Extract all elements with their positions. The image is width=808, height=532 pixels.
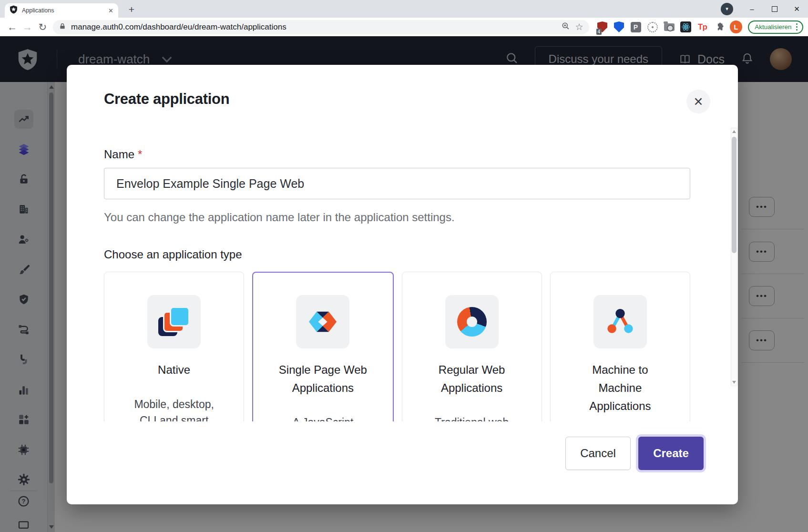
m2m-icon-tile xyxy=(593,295,647,348)
name-label: Name* xyxy=(104,148,690,161)
lock-icon xyxy=(59,22,66,32)
address-bar[interactable]: manage.auth0.com/dashboard/eu/dream-watc… xyxy=(53,20,589,34)
name-helper-text: You can change the application name late… xyxy=(104,211,690,224)
scrollbar-thumb[interactable] xyxy=(732,137,736,253)
required-marker: * xyxy=(138,148,142,161)
card-description: A JavaScript xyxy=(274,414,372,421)
ublock-icon[interactable]: 4 xyxy=(596,20,609,34)
bitwarden-shield-icon xyxy=(614,21,624,32)
capture-crosshair-icon[interactable] xyxy=(646,20,659,34)
browser-tab[interactable]: Applications ✕ xyxy=(5,3,118,18)
window-maximize-button[interactable] xyxy=(763,0,786,18)
card-regular-web[interactable]: Regular Web Applications Traditional web xyxy=(402,272,542,421)
scroll-down-icon[interactable] xyxy=(732,381,736,384)
browser-menu-dots-icon[interactable] xyxy=(796,23,798,31)
card-single-page-web[interactable]: Single Page Web Applications A JavaScrip… xyxy=(252,272,393,421)
window-minimize-button[interactable]: – xyxy=(741,0,763,18)
tampermonkey-icon[interactable]: Tp xyxy=(696,20,709,34)
tab-title: Applications xyxy=(22,7,104,14)
modal-footer: Cancel Create xyxy=(565,437,704,470)
spa-icon-tile xyxy=(296,295,349,348)
cancel-button[interactable]: Cancel xyxy=(565,437,631,470)
modal-scrollbar[interactable] xyxy=(731,128,737,386)
card-title: Regular Web Applications xyxy=(425,361,518,397)
auth0-favicon-icon xyxy=(10,5,18,16)
omnibox-right-icons: ☆ xyxy=(561,21,583,32)
application-name-input[interactable] xyxy=(104,168,690,199)
back-button[interactable]: ← xyxy=(5,20,20,35)
close-icon[interactable]: ✕ xyxy=(686,90,710,113)
tp-glyph: Tp xyxy=(698,22,707,32)
auth0-page: dream-watch Discuss your needs Docs xyxy=(0,36,808,532)
react-devtools-icon[interactable] xyxy=(679,20,693,34)
card-description: Traditional web xyxy=(423,414,521,421)
url-text[interactable]: manage.auth0.com/dashboard/eu/dream-watc… xyxy=(71,22,556,32)
new-tab-button[interactable]: + xyxy=(125,3,138,16)
card-title: Machine to Machine Applications xyxy=(573,361,666,415)
window-close-button[interactable]: ✕ xyxy=(786,0,808,18)
native-icon-tile xyxy=(147,295,201,348)
spa-icon xyxy=(308,307,338,337)
native-icon xyxy=(158,307,190,337)
reload-button[interactable]: ↻ xyxy=(35,20,50,35)
p-extension-glyph: P xyxy=(631,22,641,32)
card-title: Native xyxy=(128,361,221,379)
extensions-row: 4 P Tp xyxy=(596,20,726,34)
scroll-up-icon[interactable] xyxy=(732,130,736,133)
p-extension-icon[interactable]: P xyxy=(629,20,643,34)
card-machine-to-machine[interactable]: Machine to Machine Applications xyxy=(550,272,690,421)
modal-title: Create application xyxy=(104,91,229,108)
create-application-modal: Create application ✕ Name* You can chang… xyxy=(67,65,738,504)
maximize-icon xyxy=(772,6,777,12)
screen: Applications ✕ + ▾ – ✕ ← → ↻ manage.auth… xyxy=(0,0,808,532)
window-controls: ▾ – ✕ xyxy=(721,0,808,18)
camera-icon[interactable] xyxy=(663,20,676,34)
ublock-badge: 4 xyxy=(596,29,602,35)
m2m-icon xyxy=(605,307,635,337)
choose-type-label: Choose an application type xyxy=(104,248,690,261)
modal-body: Name* You can change the application nam… xyxy=(67,129,725,421)
application-type-cards: Native Mobile, desktop, CLI and smart xyxy=(104,272,690,421)
regular-web-icon-tile xyxy=(445,295,499,348)
browser-navbar: ← → ↻ manage.auth0.com/dashboard/eu/drea… xyxy=(0,18,808,36)
create-button[interactable]: Create xyxy=(638,437,704,470)
bitwarden-icon[interactable] xyxy=(613,20,626,34)
card-title: Single Page Web Applications xyxy=(276,361,369,397)
react-atom-icon xyxy=(680,21,691,32)
browser-profile-avatar[interactable]: L xyxy=(730,20,743,33)
tab-close-icon[interactable]: ✕ xyxy=(108,7,113,14)
regular-web-icon xyxy=(457,307,487,337)
browser-update-icon[interactable]: ▾ xyxy=(721,3,733,15)
browser-tab-strip: Applications ✕ + ▾ – ✕ xyxy=(0,0,808,18)
crosshair-glyph xyxy=(647,22,658,32)
zoom-in-icon[interactable] xyxy=(561,21,570,32)
bookmark-star-icon[interactable]: ☆ xyxy=(575,21,583,32)
forward-button[interactable]: → xyxy=(20,20,35,35)
card-native[interactable]: Native Mobile, desktop, CLI and smart xyxy=(104,272,244,421)
camera-glyph xyxy=(664,23,675,31)
browser-update-button[interactable]: Aktualisieren xyxy=(748,20,803,34)
card-description: Mobile, desktop, CLI and smart xyxy=(125,396,223,421)
update-button-label: Aktualisieren xyxy=(755,23,791,31)
extensions-puzzle-icon[interactable] xyxy=(713,20,726,34)
